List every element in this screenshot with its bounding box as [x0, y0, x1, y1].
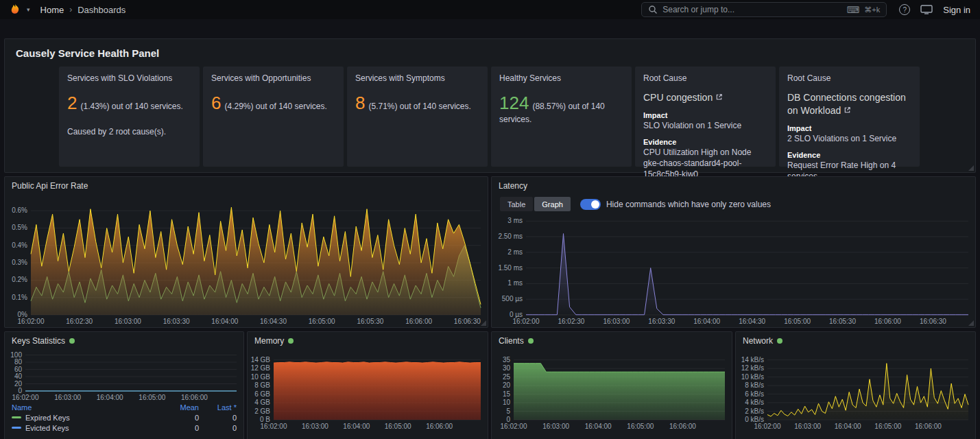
svg-text:16:05:30: 16:05:30	[829, 318, 856, 325]
svg-text:4 GB: 4 GB	[254, 399, 270, 406]
svg-text:6 kB/s: 6 kB/s	[745, 390, 764, 398]
svg-text:16:05:00: 16:05:00	[309, 318, 335, 325]
svg-text:16:04:30: 16:04:30	[260, 318, 287, 325]
nav-left-group: ▾ Home › Dashboards	[8, 3, 126, 16]
svg-text:12 GB: 12 GB	[251, 364, 271, 372]
stat-card-healthy: Healthy Services 124(88.57%) out of 140 …	[491, 67, 632, 167]
svg-text:16:03:00: 16:03:00	[115, 318, 141, 325]
memory-panel: Memory 0 B2 GB4 GB6 GB8 GB10 GB12 GB14 G…	[247, 331, 488, 439]
breadcrumb-home[interactable]: Home	[40, 5, 64, 15]
svg-text:16:02:30: 16:02:30	[66, 318, 93, 325]
svg-text:8 GB: 8 GB	[254, 381, 270, 389]
sign-in-link[interactable]: Sign in	[943, 5, 970, 15]
stat-card-title: Services with SLO Violations	[67, 73, 191, 83]
svg-text:16:04:00: 16:04:00	[343, 423, 370, 430]
tab-table[interactable]: Table	[500, 197, 533, 211]
panel-title[interactable]: Clients	[499, 336, 524, 346]
svg-text:16:02:00: 16:02:00	[18, 318, 45, 325]
latency-controls: Table Graph Hide commands which have onl…	[500, 197, 771, 211]
series-name[interactable]: Expired Keys	[25, 414, 70, 422]
root-cause-link[interactable]: CPU congestion	[643, 91, 767, 104]
svg-text:16:03:30: 16:03:30	[648, 318, 675, 325]
panel-title[interactable]: Keys Statistics	[12, 336, 65, 346]
svg-text:16:04:00: 16:04:00	[97, 394, 123, 401]
stat-caption: (5.71%) out of 140 services.	[368, 102, 470, 111]
keys-statistics-chart[interactable]: 02040608010016:02:0016:03:0016:04:0016:0…	[6, 350, 242, 402]
latency-chart[interactable]: 0 µs500 µs1 ms1.50 ms2 ms2.50 ms3 ms16:0…	[493, 214, 974, 326]
toggle-knob	[591, 200, 599, 209]
tab-graph[interactable]: Graph	[534, 197, 571, 211]
help-icon[interactable]: ?	[899, 4, 910, 15]
svg-text:16:06:00: 16:06:00	[426, 423, 453, 430]
svg-text:16:03:00: 16:03:00	[542, 423, 569, 430]
svg-text:16:06:00: 16:06:00	[669, 423, 696, 430]
root-cause-link[interactable]: DB Connections congestion on Workload	[787, 91, 911, 117]
clients-chart[interactable]: 0510152025303516:02:0016:03:0016:04:0016…	[493, 350, 730, 431]
series-last: 0	[199, 424, 237, 432]
svg-text:35: 35	[503, 356, 511, 364]
health-ok-dot	[777, 338, 782, 344]
series-name[interactable]: Evicted Keys	[25, 424, 69, 432]
svg-text:2.50 ms: 2.50 ms	[498, 233, 523, 240]
svg-text:16:02:00: 16:02:00	[501, 423, 527, 430]
svg-text:0.2%: 0.2%	[12, 276, 27, 283]
nav-right-group: ? Sign in	[899, 4, 972, 15]
hide-zero-values-toggle[interactable]	[580, 199, 601, 210]
panel-title[interactable]: Public Api Error Rate	[12, 181, 88, 191]
breadcrumb-dashboards[interactable]: Dashboards	[77, 5, 126, 15]
svg-text:16:03:30: 16:03:30	[163, 318, 190, 325]
public-api-error-rate-panel: Public Api Error Rate 0%0.1%0.2%0.3%0.4%…	[4, 176, 488, 328]
svg-text:16:04:30: 16:04:30	[739, 318, 765, 325]
series-color-swatch	[12, 427, 21, 429]
evidence-label: Evidence	[787, 151, 911, 159]
svg-text:16:03:00: 16:03:00	[302, 423, 328, 430]
svg-text:16:04:00: 16:04:00	[211, 318, 238, 325]
svg-text:0.1%: 0.1%	[12, 294, 27, 301]
svg-text:0.6%: 0.6%	[12, 206, 27, 214]
network-chart[interactable]: 0 kB/s2 kB/s4 kB/s6 kB/s8 kB/s10 kB/s12 …	[737, 350, 974, 431]
impact-text: 2 SLO Violations on 1 Service	[787, 134, 911, 145]
svg-text:20: 20	[503, 381, 511, 389]
svg-text:40: 40	[14, 372, 23, 380]
legend-header-last[interactable]: Last *	[199, 403, 237, 412]
external-link-icon	[844, 106, 851, 114]
svg-text:2 ms: 2 ms	[507, 248, 523, 256]
public-api-error-rate-chart[interactable]: 0%0.1%0.2%0.3%0.4%0.5%0.6%16:02:0016:02:…	[6, 195, 486, 326]
svg-text:0.5%: 0.5%	[12, 224, 27, 231]
svg-text:3 ms: 3 ms	[507, 217, 523, 224]
legend-header-mean[interactable]: Mean	[161, 403, 199, 412]
legend-header-name[interactable]: Name	[12, 403, 32, 412]
chevron-down-icon[interactable]: ▾	[27, 6, 30, 13]
svg-text:8 kB/s: 8 kB/s	[745, 381, 764, 389]
svg-text:20: 20	[14, 380, 23, 388]
memory-chart[interactable]: 0 B2 GB4 GB6 GB8 GB10 GB12 GB14 GB16:02:…	[249, 350, 486, 431]
stat-card-title: Healthy Services	[499, 73, 623, 83]
search-input[interactable]	[662, 5, 841, 14]
svg-text:16:06:30: 16:06:30	[920, 318, 946, 325]
panel-title[interactable]: Memory	[254, 336, 284, 346]
breadcrumb: Home › Dashboards	[40, 5, 126, 15]
series-mean: 0	[161, 424, 199, 432]
svg-text:16:06:00: 16:06:00	[181, 394, 208, 401]
legend-header-row: Name Mean Last *	[12, 402, 237, 412]
svg-text:16:02:00: 16:02:00	[513, 318, 540, 325]
search-box[interactable]: ⌨ ⌘+k	[641, 2, 887, 17]
panel-title[interactable]: Causely Service Health Panel	[5, 39, 975, 59]
svg-text:16:02:00: 16:02:00	[12, 394, 39, 401]
stat-card-slo-violations: Services with SLO Violations 2(1.43%) ou…	[59, 67, 200, 167]
series-last: 0	[199, 414, 237, 422]
series-mean: 0	[161, 414, 199, 422]
panel-title[interactable]: Network	[743, 336, 773, 346]
svg-text:16:05:30: 16:05:30	[357, 318, 383, 325]
monitor-icon[interactable]	[920, 5, 933, 14]
top-navbar: ▾ Home › Dashboards ⌨ ⌘+k ? Sign in	[0, 0, 980, 19]
evidence-text: CPU Utilization High on Node gke-chaos-s…	[643, 147, 767, 180]
stat-card-title: Services with Symptoms	[355, 73, 479, 83]
stat-card-title: Services with Opportunities	[211, 73, 335, 83]
svg-text:2 kB/s: 2 kB/s	[745, 407, 764, 415]
svg-text:60: 60	[14, 366, 23, 373]
grafana-logo-icon[interactable]	[8, 3, 22, 16]
panel-title[interactable]: Latency	[499, 181, 527, 191]
clients-panel: Clients 0510152025303516:02:0016:03:0016…	[491, 331, 732, 439]
stat-card-symptoms: Services with Symptoms 8(5.71%) out of 1…	[347, 67, 488, 167]
